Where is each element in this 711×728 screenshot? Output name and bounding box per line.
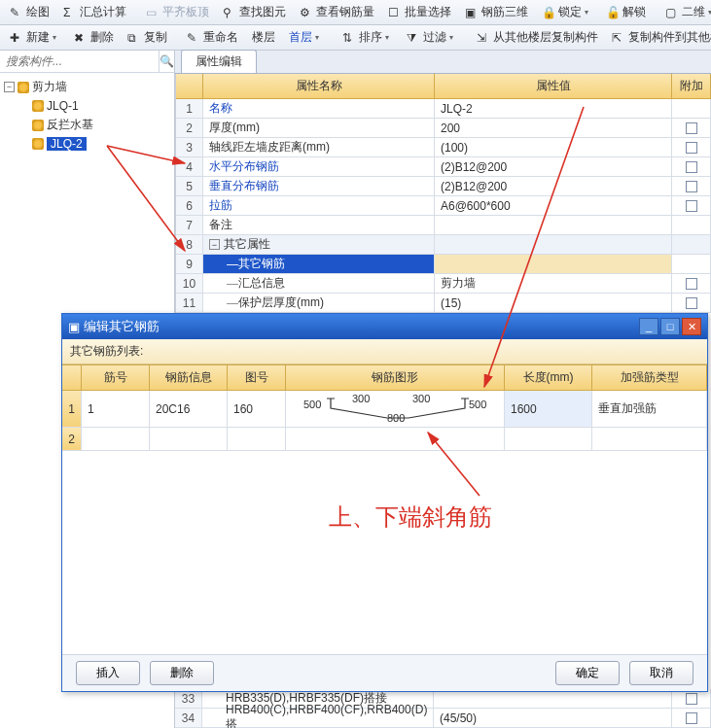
tree-item-label: JLQ-2 (47, 137, 87, 151)
item-icon (32, 100, 44, 112)
ok-button[interactable]: 确定 (555, 661, 620, 685)
component-tree: − 剪力墙 JLQ-1 反拦水基 JLQ-2 (0, 73, 174, 156)
dialog-footer: 插入 删除 确定 取消 (62, 654, 707, 691)
tb-lock[interactable]: 🔒锁定▾ (536, 2, 598, 22)
view2d-icon: ▢ (665, 6, 679, 19)
tb-delete[interactable]: ✖删除 (68, 27, 120, 48)
maximize-button[interactable]: □ (660, 318, 680, 335)
cancel-button[interactable]: 取消 (629, 661, 693, 685)
item-icon (32, 120, 44, 131)
tabstrip: 属性编辑 (175, 51, 711, 74)
sort-icon: ⇅ (342, 31, 356, 45)
lock-icon: 🔒 (542, 6, 555, 19)
toolbar-top: ✎绘图 Σ汇总计算 ▭平齐板顶 ⚲查找图元 ⚙查看钢筋量 ☐批量选择 ▣钢筋三维… (0, 0, 711, 25)
item-icon (32, 138, 44, 150)
tb-rename[interactable]: ✎重命名 (181, 27, 244, 48)
tb-batchsel[interactable]: ☐批量选择 (382, 2, 457, 22)
table-row[interactable]: 3轴线距左墙皮距离(mm)(100) (176, 138, 711, 157)
rename-icon: ✎ (187, 31, 200, 45)
tb-viewrebar[interactable]: ⚙查看钢筋量 (294, 2, 380, 22)
checkbox[interactable] (686, 181, 697, 192)
bottom-rows: 33 HRB335(D),HRBF335(DF)搭接 34 HRB400(C),… (175, 689, 711, 728)
tree-item-selected[interactable]: JLQ-2 (0, 135, 174, 153)
tb-draw[interactable]: ✎绘图 (4, 2, 55, 22)
search-bar: 🔍 (0, 51, 174, 73)
tb-sort[interactable]: ⇅排序▾ (337, 27, 399, 48)
tree-item[interactable]: JLQ-1 (0, 97, 174, 115)
tab-property-edit[interactable]: 属性编辑 (181, 50, 257, 73)
tb-floor-select[interactable]: 首层 ▾ (283, 27, 329, 48)
copyto-icon: ⇱ (612, 31, 625, 45)
delete-icon: ✖ (74, 31, 88, 45)
unlock-icon: 🔓 (606, 6, 620, 19)
table-row[interactable]: 7备注 (176, 216, 711, 235)
filter-icon: ⧩ (407, 31, 420, 45)
dialog-grid-row[interactable]: 1 1 20C16 160 500 300 300 500 800 1600 垂 (62, 391, 707, 428)
checkbox[interactable] (686, 122, 697, 134)
flat-icon: ▭ (146, 6, 160, 19)
dialog-titlebar[interactable]: ▣ 编辑其它钢筋 _ □ ✕ (62, 314, 707, 339)
rebar-icon: ⚙ (300, 6, 313, 19)
dialog-grid-row[interactable]: 2 (62, 428, 707, 451)
tb-2d[interactable]: ▢二维▾ (659, 2, 711, 22)
new-icon: ✚ (10, 31, 23, 45)
table-row[interactable]: 5垂直分布钢筋(2)B12@200 (176, 177, 711, 196)
tree-item[interactable]: 反拦水基 (0, 115, 174, 135)
tb-floor-label: 楼层 (246, 27, 281, 48)
checkbox[interactable] (686, 693, 697, 705)
col-value: 属性值 (435, 74, 672, 98)
checkbox[interactable] (686, 200, 697, 212)
checkbox[interactable] (686, 297, 697, 309)
checkbox[interactable] (686, 142, 697, 154)
tb-sumcalc[interactable]: Σ汇总计算 (57, 2, 132, 22)
folder-icon (18, 82, 29, 93)
tb-findent[interactable]: ⚲查找图元 (217, 2, 292, 22)
dialog-title: 编辑其它钢筋 (84, 318, 160, 335)
close-button[interactable]: ✕ (682, 318, 701, 335)
cube-icon: ▣ (465, 6, 479, 19)
tb-copyto[interactable]: ⇱复制构件到其他楼层 (606, 27, 711, 48)
col-name: 属性名称 (203, 74, 435, 98)
col-extra: 附加 (672, 74, 711, 98)
tb-copyfrom[interactable]: ⇲从其他楼层复制构件 (471, 27, 604, 48)
search-icon: ⚲ (223, 6, 236, 19)
table-row[interactable]: 34 HRB400(C),HRBF400(CF),RRB400(D)搭 (45/… (175, 709, 711, 728)
tb-filter[interactable]: ⧩过滤▾ (401, 27, 463, 48)
tree-root-label: 剪力墙 (32, 79, 67, 95)
annotation-text: 上、下端斜角筋 (329, 502, 492, 533)
tb-new[interactable]: ✚新建▾ (4, 27, 66, 48)
tree-item-label: JLQ-1 (47, 99, 79, 113)
search-input[interactable] (0, 51, 159, 72)
collapse-icon[interactable]: − (4, 82, 15, 92)
select-icon: ☐ (388, 6, 402, 19)
insert-button[interactable]: 插入 (76, 661, 140, 685)
pencil-icon: ✎ (10, 6, 23, 19)
table-row[interactable]: 1名称JLQ-2 (176, 99, 711, 119)
tree-item-label: 反拦水基 (47, 117, 93, 133)
checkbox[interactable] (686, 712, 697, 724)
tb-copy[interactable]: ⧉复制 (122, 27, 173, 48)
table-row[interactable]: 2厚度(mm)200 (176, 119, 711, 138)
delete-button[interactable]: 删除 (150, 661, 214, 685)
table-row[interactable]: 6拉筋A6@600*600 (176, 196, 711, 216)
checkbox[interactable] (686, 278, 697, 290)
tb-unlock[interactable]: 🔓解锁 (600, 2, 652, 22)
dialog-subtitle: 其它钢筋列表: (62, 339, 707, 364)
rebar-shape-cell: 500 300 300 500 800 (286, 391, 505, 427)
table-row[interactable]: 9— 其它钢筋 (176, 255, 711, 274)
property-grid: 属性名称 属性值 附加 1名称JLQ-22厚度(mm)2003轴线距左墙皮距离(… (175, 74, 711, 313)
dialog-grid-header: 筋号 钢筋信息 图号 钢筋图形 长度(mm) 加强筋类型 (62, 364, 707, 391)
search-button[interactable]: 🔍 (159, 51, 174, 72)
tree-root[interactable]: − 剪力墙 (0, 77, 174, 97)
checkbox[interactable] (686, 161, 697, 173)
table-row[interactable]: 11— 保护层厚度(mm)(15) (176, 294, 711, 313)
toolbar-second: ✚新建▾ ✖删除 ⧉复制 ✎重命名 楼层 首层 ▾ ⇅排序▾ ⧩过滤▾ ⇲从其他… (0, 25, 711, 51)
magnifier-icon: 🔍 (160, 54, 174, 68)
table-row[interactable]: 4水平分布钢筋(2)B12@200 (176, 157, 711, 177)
app-icon: ▣ (68, 320, 80, 334)
tb-rebar3d[interactable]: ▣钢筋三维 (459, 2, 534, 22)
table-row[interactable]: 10— 汇总信息剪力墙 (176, 274, 711, 294)
table-row[interactable]: 8−其它属性 (176, 235, 711, 255)
tb-flattop[interactable]: ▭平齐板顶 (140, 2, 215, 22)
minimize-button[interactable]: _ (639, 318, 658, 335)
